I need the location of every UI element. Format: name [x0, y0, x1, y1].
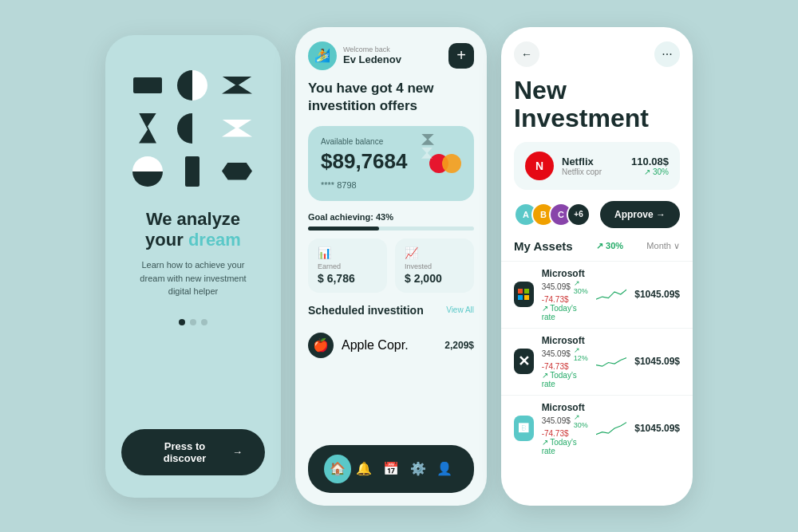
- back-button[interactable]: ←: [514, 41, 539, 67]
- svg-rect-3: [524, 295, 529, 300]
- shape-7: [129, 153, 166, 190]
- detail-header: ← ···: [501, 27, 693, 73]
- avatar: 🏄: [308, 41, 337, 70]
- avatar-stack: A B C +6: [514, 203, 591, 227]
- bottom-nav: 🏠 🔔 📅 ⚙️ 👤: [308, 445, 474, 493]
- goal-row: Goal achieving: 43%: [295, 212, 487, 238]
- investment-title: New Investment: [501, 73, 693, 142]
- user-info: 🏄 Welcome back Ev Ledenov: [308, 41, 401, 70]
- balance-card: Available balance $89,7684 **** 8798: [308, 126, 474, 201]
- user-text: Welcome back Ev Ledenov: [343, 45, 401, 65]
- earned-icon: 📊: [318, 246, 377, 259]
- svg-rect-1: [524, 289, 529, 294]
- add-button[interactable]: +: [448, 43, 474, 69]
- goal-bar-bg: [308, 227, 474, 231]
- dashboard-headline: You have got 4 new investition offers: [295, 80, 487, 126]
- sparkline-1: [596, 283, 626, 305]
- asset-item-1: Microsoft 345.09$ ↗ 30% -74.73$ ↗ Today'…: [501, 261, 693, 328]
- sched-name: Apple Copr.: [342, 338, 409, 353]
- more-investors: +6: [567, 203, 591, 227]
- shape-1: [129, 67, 166, 104]
- investor-avatars: A B C +6 Approve →: [514, 201, 680, 228]
- investment-price: 110.08$ ↗ 30%: [631, 156, 669, 176]
- sparkline-3: [596, 417, 626, 439]
- mastercard-logo: [429, 154, 461, 173]
- microsoft-logo-1: [514, 282, 534, 307]
- shape-4: [129, 110, 166, 147]
- dot-1: [179, 319, 185, 325]
- investment-card: N Netflix Netflix copr 110.08$ ↗ 30%: [514, 142, 680, 190]
- assets-header: My Assets ↗ 30% Month ∨: [501, 239, 693, 261]
- asset-info-1: Microsoft 345.09$ ↗ 30% -74.73$ ↗ Today'…: [542, 268, 588, 321]
- asset-item-3: 🅱 Microsoft 345.09$ ↗ 30% -74.73$ ↗ Toda…: [501, 395, 693, 462]
- stat-invested: 📈 Invested $ 2,000: [395, 238, 474, 293]
- logo-grid: [129, 67, 257, 190]
- more-button[interactable]: ···: [654, 41, 680, 67]
- screen-onboarding: We analyze your dream Learn how to achie…: [105, 35, 281, 498]
- discover-button[interactable]: Press to discover →: [121, 429, 265, 475]
- onboarding-subtitle: Learn how to achieve your dream with new…: [121, 258, 265, 298]
- screen-investment-detail: ← ··· New Investment N Netflix Netflix c…: [501, 27, 693, 506]
- nav-profile[interactable]: 👤: [431, 455, 458, 483]
- apple-logo: 🍎: [308, 333, 334, 358]
- dot-3: [201, 319, 207, 325]
- nav-home[interactable]: 🏠: [324, 455, 351, 483]
- nav-notifications[interactable]: 🔔: [351, 455, 378, 483]
- goal-bar-fill: [308, 227, 379, 231]
- sparkline-2: [596, 350, 626, 372]
- nav-calendar[interactable]: 📅: [377, 455, 405, 483]
- approve-button[interactable]: Approve →: [600, 201, 680, 228]
- scheduled-header: Scheduled investition View All: [295, 304, 487, 325]
- svg-rect-2: [518, 295, 523, 300]
- asset-info-3: Microsoft 345.09$ ↗ 30% -74.73$ ↗ Today'…: [542, 402, 588, 455]
- shape-3: [219, 67, 255, 104]
- invested-icon: 📈: [405, 246, 464, 259]
- investment-info: Netflix Netflix copr: [562, 156, 623, 176]
- asset-logo-2: ✕: [514, 349, 534, 374]
- dashboard-header: 🏄 Welcome back Ev Ledenov +: [295, 27, 487, 80]
- dot-2: [190, 319, 196, 325]
- asset-price-2: $1045.09$: [634, 356, 680, 367]
- shape-2: [174, 67, 211, 104]
- asset-item-2: ✕ Microsoft 345.09$ ↗ 12% -74.73$ ↗ Toda…: [501, 328, 693, 395]
- shape-8: [174, 153, 211, 190]
- shape-5: [174, 110, 211, 147]
- stat-earned: 📊 Earned $ 6,786: [308, 238, 387, 293]
- onboarding-title: We analyze your dream: [145, 209, 241, 251]
- shape-6: [219, 110, 255, 147]
- pagination-dots: [179, 319, 207, 325]
- shape-9: [219, 153, 255, 190]
- svg-rect-0: [518, 289, 523, 294]
- stats-row: 📊 Earned $ 6,786 📈 Invested $ 2,000: [295, 238, 487, 304]
- scheduled-item: 🍎 Apple Copr. 2,209$: [295, 325, 487, 366]
- asset-price-1: $1045.09$: [634, 289, 680, 300]
- nav-settings[interactable]: ⚙️: [405, 455, 432, 483]
- arrow-icon: →: [232, 446, 243, 458]
- asset-logo-3: 🅱: [514, 416, 534, 441]
- asset-price-3: $1045.09$: [634, 423, 680, 434]
- screen-dashboard: 🏄 Welcome back Ev Ledenov + You have got…: [295, 27, 487, 506]
- netflix-logo: N: [525, 152, 554, 180]
- asset-info-2: Microsoft 345.09$ ↗ 12% -74.73$ ↗ Today'…: [542, 335, 588, 388]
